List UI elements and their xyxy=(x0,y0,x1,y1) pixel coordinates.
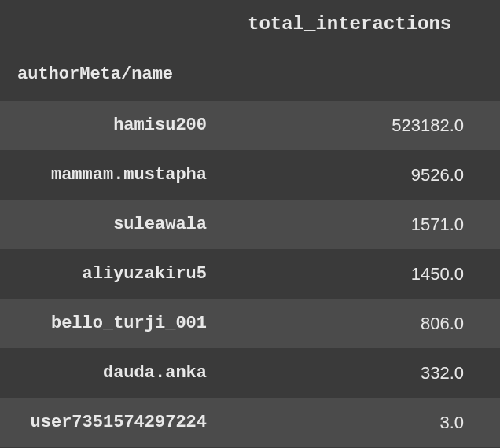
column-header-row: total_interactions xyxy=(0,0,500,47)
table-row: dauda.anka 332.0 xyxy=(0,348,500,398)
row-value: 523182.0 xyxy=(224,116,500,136)
index-label: authorMeta/name xyxy=(0,64,224,84)
column-header-value: total_interactions xyxy=(224,13,500,35)
row-value: 3.0 xyxy=(224,413,500,433)
table-row: user7351574297224 3.0 xyxy=(0,398,500,447)
row-name: user7351574297224 xyxy=(0,413,224,432)
row-name: mammam.mustapha xyxy=(0,165,224,185)
row-name: aliyuzakiru5 xyxy=(0,264,224,284)
table-row: suleawala 1571.0 xyxy=(0,200,500,249)
data-table: total_interactions authorMeta/name hamis… xyxy=(0,0,500,447)
index-label-row: authorMeta/name xyxy=(0,47,500,101)
table-row: hamisu200 523182.0 xyxy=(0,101,500,150)
row-name: bello_turji_001 xyxy=(0,314,224,333)
row-name: suleawala xyxy=(0,215,224,234)
row-name: hamisu200 xyxy=(0,116,224,135)
row-value: 1571.0 xyxy=(224,215,500,235)
row-name: dauda.anka xyxy=(0,363,224,383)
table-row: mammam.mustapha 9526.0 xyxy=(0,150,500,200)
row-value: 332.0 xyxy=(224,363,500,384)
row-value: 9526.0 xyxy=(224,165,500,185)
table-row: aliyuzakiru5 1450.0 xyxy=(0,249,500,299)
row-value: 1450.0 xyxy=(224,264,500,285)
row-value: 806.0 xyxy=(224,314,500,334)
table-row: bello_turji_001 806.0 xyxy=(0,299,500,348)
